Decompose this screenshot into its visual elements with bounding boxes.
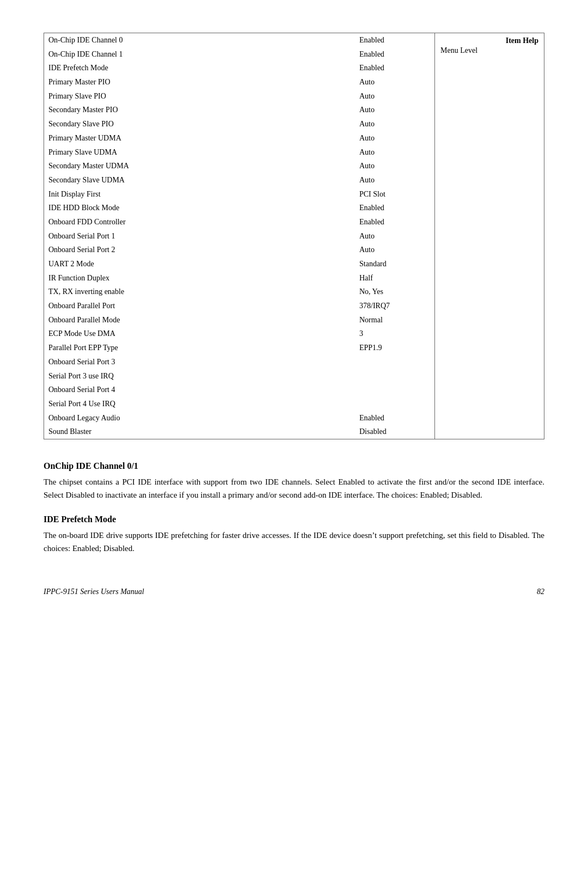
table-row: IDE Prefetch ModeEnabled [44, 61, 434, 75]
table-row: Secondary Slave PIOAuto [44, 117, 434, 131]
row-label: On-Chip IDE Channel 0 [48, 34, 359, 46]
section-body-onchip: The chipset contains a PCI IDE interface… [44, 475, 544, 501]
row-value: 378/IRQ7 [359, 300, 430, 312]
table-row: Parallel Port EPP TypeEPP1.9 [44, 341, 434, 355]
table-row: Serial Port 3 use IRQ [44, 369, 434, 383]
row-label: Onboard Serial Port 2 [48, 244, 359, 256]
table-row: Onboard Serial Port 4 [44, 383, 434, 397]
row-value: Auto [359, 230, 430, 242]
row-value: Enabled [359, 216, 430, 228]
item-help-title: Item Help [440, 36, 538, 46]
row-value: Auto [359, 90, 430, 102]
row-label: Serial Port 3 use IRQ [48, 370, 359, 382]
row-label: IDE HDD Block Mode [48, 202, 359, 214]
table-row: Onboard FDD ControllerEnabled [44, 215, 434, 229]
row-value: 3 [359, 328, 430, 340]
table-row: Secondary Slave UDMAAuto [44, 173, 434, 187]
bios-settings-left: On-Chip IDE Channel 0EnabledOn-Chip IDE … [44, 33, 435, 439]
row-value [359, 398, 430, 410]
row-label: Onboard Serial Port 4 [48, 384, 359, 396]
row-value: Disabled [359, 426, 430, 438]
row-label: Sound Blaster [48, 426, 359, 438]
table-row: Onboard Serial Port 3 [44, 355, 434, 369]
table-row: On-Chip IDE Channel 0Enabled [44, 33, 434, 47]
row-value: Auto [359, 160, 430, 172]
row-label: Init Display First [48, 188, 359, 200]
bios-help-panel: Item Help Menu Level [435, 33, 544, 439]
row-value: Half [359, 272, 430, 284]
row-label: Parallel Port EPP Type [48, 342, 359, 354]
table-row: Primary Master UDMAAuto [44, 131, 434, 145]
row-label: Primary Slave UDMA [48, 146, 359, 158]
table-row: IR Function DuplexHalf [44, 271, 434, 285]
row-value: Normal [359, 314, 430, 326]
row-value: Auto [359, 118, 430, 130]
table-row: IDE HDD Block ModeEnabled [44, 201, 434, 215]
menu-level-label: Menu Level [440, 46, 538, 55]
table-row: Secondary Master UDMAAuto [44, 159, 434, 173]
row-value [359, 356, 430, 368]
table-row: Init Display FirstPCI Slot [44, 187, 434, 201]
manual-title: IPPC-9151 Series Users Manual [44, 588, 144, 596]
table-row: On-Chip IDE Channel 1Enabled [44, 47, 434, 62]
row-label: Secondary Master PIO [48, 104, 359, 116]
row-label: Onboard Serial Port 3 [48, 356, 359, 368]
page-number: 82 [537, 588, 544, 596]
row-value [359, 384, 430, 396]
section-body-prefetch: The on-board IDE drive supports IDE pref… [44, 529, 544, 555]
row-label: Onboard Parallel Mode [48, 314, 359, 326]
row-label: Onboard Parallel Port [48, 300, 359, 312]
row-value: Auto [359, 76, 430, 88]
row-label: Onboard Serial Port 1 [48, 230, 359, 242]
row-value: Auto [359, 174, 430, 186]
row-label: Secondary Slave UDMA [48, 174, 359, 186]
table-row: Onboard Serial Port 1Auto [44, 229, 434, 243]
bios-settings-table: On-Chip IDE Channel 0EnabledOn-Chip IDE … [44, 33, 544, 439]
table-row: Onboard Serial Port 2Auto [44, 243, 434, 257]
row-label: On-Chip IDE Channel 1 [48, 48, 359, 60]
table-row: Primary Master PIOAuto [44, 75, 434, 89]
row-value: Standard [359, 258, 430, 270]
row-value [359, 370, 430, 382]
page-footer: IPPC-9151 Series Users Manual 82 [44, 588, 544, 596]
row-label: UART 2 Mode [48, 258, 359, 270]
row-value: Auto [359, 132, 430, 144]
row-value: Enabled [359, 48, 430, 60]
table-row: Onboard Legacy AudioEnabled [44, 411, 434, 425]
section-heading-prefetch: IDE Prefetch Mode [44, 515, 544, 524]
row-label: Secondary Slave PIO [48, 118, 359, 130]
table-row: ECP Mode Use DMA3 [44, 327, 434, 341]
table-row: TX, RX inverting enableNo, Yes [44, 285, 434, 299]
row-value: Enabled [359, 34, 430, 46]
table-row: Primary Slave PIOAuto [44, 89, 434, 103]
row-label: TX, RX inverting enable [48, 286, 359, 298]
row-value: Auto [359, 104, 430, 116]
section-heading-onchip: OnChip IDE Channel 0/1 [44, 461, 544, 471]
row-value: EPP1.9 [359, 342, 430, 354]
table-row: Sound BlasterDisabled [44, 425, 434, 439]
row-label: IR Function Duplex [48, 272, 359, 284]
row-label: Secondary Master UDMA [48, 160, 359, 172]
row-label: Primary Slave PIO [48, 90, 359, 102]
row-label: IDE Prefetch Mode [48, 62, 359, 74]
row-value: Auto [359, 244, 430, 256]
row-value: PCI Slot [359, 188, 430, 200]
row-value: Enabled [359, 412, 430, 424]
table-row: Serial Port 4 Use IRQ [44, 397, 434, 411]
table-row: Secondary Master PIOAuto [44, 103, 434, 117]
row-value: Auto [359, 146, 430, 158]
row-label: ECP Mode Use DMA [48, 328, 359, 340]
table-row: UART 2 ModeStandard [44, 257, 434, 271]
row-label: Primary Master UDMA [48, 132, 359, 144]
row-label: Onboard Legacy Audio [48, 412, 359, 424]
row-value: Enabled [359, 62, 430, 74]
row-label: Onboard FDD Controller [48, 216, 359, 228]
row-label: Serial Port 4 Use IRQ [48, 398, 359, 410]
table-row: Onboard Parallel ModeNormal [44, 313, 434, 327]
row-value: Enabled [359, 202, 430, 214]
row-label: Primary Master PIO [48, 76, 359, 88]
table-row: Onboard Parallel Port378/IRQ7 [44, 299, 434, 313]
row-value: No, Yes [359, 286, 430, 298]
table-row: Primary Slave UDMAAuto [44, 145, 434, 160]
